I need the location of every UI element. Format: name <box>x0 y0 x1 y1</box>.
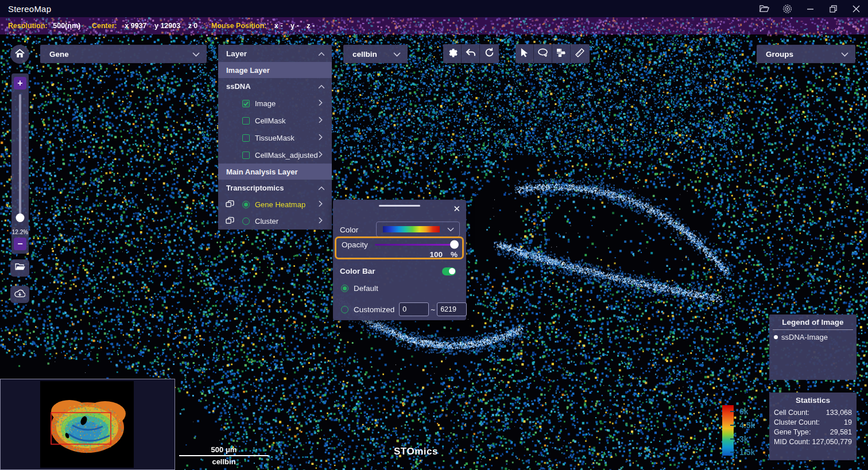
opacity-unit: % <box>451 250 458 259</box>
gene-dropdown[interactable]: Gene <box>40 45 207 63</box>
chevron-right-icon[interactable] <box>319 217 323 226</box>
chevron-right-icon[interactable] <box>319 151 323 160</box>
zoom-percent-readout: 12.2% <box>12 229 28 235</box>
dialog-drag-handle[interactable] <box>379 205 420 207</box>
color-bar-toggle[interactable] <box>442 267 456 275</box>
image-checkbox[interactable] <box>242 100 250 107</box>
chevron-right-icon[interactable] <box>319 99 323 108</box>
colorbar-gradient <box>722 405 734 456</box>
export-button[interactable] <box>10 286 29 303</box>
window-controls <box>759 0 861 17</box>
zoom-slider-thumb[interactable] <box>16 213 25 222</box>
minimap-canvas[interactable] <box>1 379 175 469</box>
ssdna-group-row[interactable]: ssDNA <box>218 78 332 95</box>
color-row: Color <box>340 226 459 234</box>
undo-arrow-icon <box>465 48 476 59</box>
chevron-right-icon[interactable] <box>319 200 323 209</box>
customized-radio[interactable] <box>341 306 348 313</box>
minimize-icon[interactable] <box>805 3 815 14</box>
refresh-icon <box>485 48 494 60</box>
chevron-up-icon <box>318 49 325 58</box>
zoom-slider-track[interactable] <box>19 94 21 219</box>
zoom-in-button[interactable]: + <box>14 77 26 90</box>
chevron-down-icon <box>841 49 848 59</box>
mouse-position-readout: Mouse Position: x - y - z - <box>211 22 315 30</box>
heatmap-settings-dialog: ✕ Color Opacity 100 % Color Bar <box>333 200 466 320</box>
opacity-slider-thumb[interactable] <box>450 240 459 249</box>
home-button[interactable] <box>10 45 29 64</box>
image-layer-section-header: Image Layer <box>218 62 332 78</box>
close-icon[interactable] <box>851 3 861 14</box>
colorbar-tick-label: 6k <box>739 407 749 416</box>
range-min-input[interactable] <box>399 302 429 316</box>
tissuemask-checkbox[interactable] <box>242 134 250 142</box>
center-x: x 9937 <box>125 22 146 30</box>
lasso-icon <box>537 48 548 59</box>
cellmask-checkbox[interactable] <box>242 117 250 125</box>
select-cursor-button[interactable] <box>516 44 534 63</box>
default-range-option[interactable]: Default <box>341 284 378 293</box>
dialog-close-button[interactable]: ✕ <box>453 203 460 215</box>
refresh-button[interactable] <box>480 44 498 63</box>
colormap-dropdown[interactable] <box>376 222 460 237</box>
stat-row-mid-count: MID Count: 127,050,779 <box>774 437 852 447</box>
stomics-watermark: STOmics <box>394 446 438 457</box>
cursor-arrow-icon <box>520 48 529 60</box>
chevron-right-icon[interactable] <box>319 134 323 142</box>
settings-button[interactable] <box>443 44 462 63</box>
checkmark-icon <box>243 99 249 108</box>
open-project-button[interactable] <box>10 259 29 277</box>
zoom-slider[interactable] <box>11 94 29 227</box>
lasso-select-button[interactable] <box>534 44 552 63</box>
colormap-gradient-swatch <box>383 226 440 232</box>
chevron-right-icon[interactable] <box>319 116 323 125</box>
chevron-down-icon <box>393 49 401 59</box>
layer-panel: Layer Image Layer ssDNA Image CellMask T… <box>218 45 332 230</box>
opacity-slider[interactable] <box>375 244 458 246</box>
ruler-icon <box>575 48 585 60</box>
chevron-down-icon <box>447 225 454 234</box>
customized-range-option[interactable]: Customized ~ <box>341 302 467 316</box>
range-max-input[interactable] <box>437 302 467 316</box>
default-radio[interactable] <box>341 285 348 292</box>
legend-dot <box>774 335 778 339</box>
center-y: y 12903 <box>154 22 180 30</box>
layer-item-tissuemask[interactable]: TissueMask <box>218 129 332 146</box>
measure-button[interactable] <box>571 44 589 63</box>
restore-icon[interactable] <box>828 3 838 14</box>
scale-bar-line <box>179 455 269 456</box>
layer-item-image[interactable]: Image <box>218 95 332 112</box>
title-bar: StereoMap <box>0 0 868 17</box>
resolution-value: 500(nm) <box>53 22 80 30</box>
minimap-panel[interactable] <box>0 379 175 470</box>
layer-item-cluster[interactable]: Cluster <box>218 213 332 230</box>
cell-split-button[interactable] <box>552 44 571 63</box>
layer-panel-header[interactable]: Layer <box>218 45 332 62</box>
opacity-row-highlight: Opacity 100 % <box>335 236 464 259</box>
cellmask-adjusted-checkbox[interactable] <box>242 152 250 159</box>
color-bar-row: Color Bar <box>340 267 459 275</box>
gene-heatmap-radio[interactable] <box>242 201 250 208</box>
settings-gear-icon[interactable] <box>782 3 792 14</box>
undo-button[interactable] <box>462 44 480 63</box>
center-readout: Center: x 9937 y 12903 z 0 <box>92 22 197 30</box>
transcriptomics-group-row[interactable]: Transcriptomics <box>218 180 332 196</box>
mouse-z: z - <box>307 22 315 30</box>
stat-row-gene-type: Gene Type: 29,581 <box>774 428 852 437</box>
open-file-icon[interactable] <box>759 3 769 14</box>
chevron-up-icon <box>318 184 325 192</box>
colorbar-tick-label: 3k <box>739 434 749 444</box>
stat-row-cluster-count: Cluster Count: 19 <box>774 418 852 428</box>
layer-item-gene-heatmap[interactable]: Gene Heatmap <box>218 196 332 213</box>
cloud-download-icon <box>14 289 25 300</box>
mouse-x: x - <box>274 22 283 30</box>
bin-mode-dropdown[interactable]: cellbin <box>343 45 408 63</box>
legend-item-ssdna-image[interactable]: ssDNA-Image <box>774 333 857 341</box>
groups-dropdown[interactable]: Groups <box>757 45 855 63</box>
legend-panel: Legend of Image ssDNA-Image <box>769 314 857 380</box>
layer-item-cellmask-adjusted[interactable]: CellMask_adjusted <box>218 146 332 164</box>
layer-item-cellmask[interactable]: CellMask <box>218 112 332 129</box>
layers-icon <box>226 217 234 226</box>
zoom-out-button[interactable]: − <box>14 238 26 250</box>
cluster-radio[interactable] <box>242 217 250 225</box>
